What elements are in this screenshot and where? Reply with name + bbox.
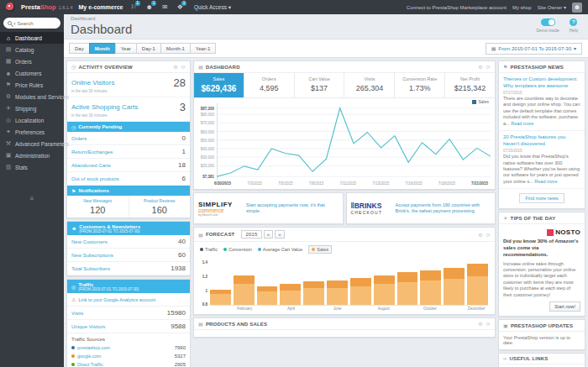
- shop-name-link[interactable]: My e-commerce: [79, 4, 123, 10]
- cart-notification[interactable]: ❖1: [176, 3, 185, 11]
- sidebar-item-administration[interactable]: ▣Administration: [0, 149, 64, 161]
- brand[interactable]: PrestaShop: [21, 3, 56, 11]
- marketplace-link[interactable]: Connect to PrestaShop Marketplace accoun…: [407, 5, 507, 10]
- range-year-button[interactable]: Year: [115, 43, 137, 54]
- forecast-bar-chart: 1.41.210.8: [194, 255, 495, 306]
- quick-access-menu[interactable]: Quick Access ▾: [194, 4, 231, 11]
- toggle-on-icon[interactable]: [541, 18, 555, 26]
- chart-legend[interactable]: Sales: [472, 99, 489, 104]
- top-bar: PrestaShop 1.6.1.4 My e-commerce ⚐1 ☻1 ✉…: [0, 0, 588, 14]
- metric-link[interactable]: Total Subscribers: [71, 266, 110, 271]
- product-reviews-cell[interactable]: Product Reviews160: [129, 196, 191, 218]
- sidebar-search[interactable]: ▾: [3, 18, 60, 29]
- link-label: Link to your Google Analytics account: [78, 297, 155, 302]
- source-link[interactable]: prestashop.com: [77, 345, 172, 350]
- search-input[interactable]: [18, 21, 56, 26]
- customers-notification[interactable]: ☻1: [144, 3, 155, 11]
- source-link[interactable]: Direct Traffic: [77, 362, 172, 367]
- gear-icon[interactable]: ⚙: [478, 321, 483, 327]
- sidebar-item-stats[interactable]: ▥Stats: [0, 161, 64, 173]
- help-button[interactable]: ? Help: [570, 18, 578, 36]
- sidebar-item-price-rules[interactable]: ⚑Price Rules: [0, 79, 64, 91]
- user-menu[interactable]: Site Owner ▾: [538, 4, 566, 10]
- kpi-tab-sales[interactable]: Sales$629,436: [194, 73, 244, 97]
- prev-year-button[interactable]: «: [264, 230, 274, 239]
- avatar[interactable]: ☻: [572, 3, 582, 13]
- read-more-link[interactable]: Read more: [511, 121, 533, 126]
- legend-toggle-traffic[interactable]: Traffic: [200, 247, 218, 252]
- metric-link[interactable]: Out of stock products: [71, 176, 119, 181]
- sidebar-item-catalog[interactable]: ▤Catalog: [0, 44, 64, 55]
- range-month-1-button[interactable]: Month-1: [160, 43, 191, 54]
- kpi-tab-net-profit[interactable]: Net Profit$215,342: [445, 73, 495, 97]
- sidebar-item-customers[interactable]: ☻Customers: [0, 67, 64, 79]
- forecast-year-select[interactable]: 2015: [241, 230, 261, 239]
- brinks-banner[interactable]: ‖BRINKS CHECKOUT Accept payments from 19…: [346, 192, 496, 224]
- metric-link[interactable]: New Customers: [71, 239, 108, 244]
- refresh-icon[interactable]: ⟳: [486, 321, 491, 327]
- article-title-link[interactable]: Themes or Custom development: Why templa…: [503, 76, 580, 89]
- sidebar-item-dashboard[interactable]: ⌂Dashboard: [0, 32, 64, 44]
- metric-link[interactable]: Unique Visitors: [71, 324, 105, 329]
- kpi-tab-orders[interactable]: Orders4,595: [244, 73, 295, 97]
- refresh-icon[interactable]: ⟳: [486, 232, 491, 238]
- sidebar-item-preferences[interactable]: ✦Preferences: [0, 126, 64, 138]
- flag-icon: ⚑: [71, 188, 76, 194]
- online-visitors-link[interactable]: Online Visitors: [71, 79, 114, 87]
- legend-toggle-sales[interactable]: Sales: [308, 245, 332, 254]
- orders-notification[interactable]: ⚐1: [129, 3, 138, 11]
- breadcrumb[interactable]: Dashboard: [71, 16, 132, 21]
- next-year-button[interactable]: »: [275, 230, 285, 239]
- preferences-icon: ✦: [5, 128, 12, 135]
- person-icon: ☻: [71, 226, 76, 231]
- read-more-link[interactable]: Read more: [534, 179, 557, 184]
- panel-title: Activity overview: [78, 65, 133, 70]
- gear-icon[interactable]: ⚙: [478, 64, 483, 70]
- demo-mode-toggle[interactable]: Demo mode: [536, 18, 559, 36]
- article-title-link[interactable]: 20 PrestaShop features you haven't disco…: [503, 134, 580, 147]
- range-year-1-button[interactable]: Year-1: [190, 43, 216, 54]
- date-range-picker[interactable]: ▦ From 2015-07-01 To 2015-07-30 ▾: [486, 43, 582, 55]
- nosto-logo[interactable]: NOSTO: [499, 224, 585, 239]
- gear-icon[interactable]: ⚙: [173, 64, 178, 70]
- range-day-button[interactable]: Day: [69, 43, 90, 54]
- kpi-tab-visits[interactable]: Visits265,304: [344, 73, 395, 97]
- google-analytics-link[interactable]: ⚠Link to your Google Analytics account: [67, 293, 190, 307]
- start-now-button[interactable]: Start now!: [549, 301, 580, 312]
- sidebar-item-orders[interactable]: ▦Orders: [0, 55, 64, 67]
- refresh-icon[interactable]: ⟳: [181, 64, 186, 70]
- metric-link[interactable]: New Subscriptions: [71, 253, 113, 258]
- legend-toggle-conversion[interactable]: Conversion: [223, 247, 252, 252]
- my-shop-link[interactable]: My shop: [512, 5, 532, 10]
- gear-icon[interactable]: ⚙: [478, 232, 483, 238]
- active-carts-link[interactable]: Active Shopping Carts: [71, 103, 138, 111]
- metric-link[interactable]: Orders: [71, 136, 87, 141]
- legend-toggle-average-cart-value[interactable]: Average Cart Value: [258, 247, 303, 252]
- messages-notification[interactable]: ✉: [160, 3, 170, 11]
- range-month-button[interactable]: Month: [89, 43, 116, 54]
- kpi-tab-cart-value[interactable]: Cart Value$137: [295, 73, 345, 97]
- sidebar-item-shipping[interactable]: ✈Shipping: [0, 102, 64, 114]
- legend-dot: [312, 248, 315, 251]
- prestashop-logo-icon[interactable]: [6, 3, 15, 12]
- metric-row-out-of-stock: Out of stock products6: [67, 172, 190, 186]
- banner-link-text[interactable]: Accept payments from 190 countries with …: [396, 202, 491, 214]
- source-link[interactable]: google.com: [77, 354, 172, 359]
- sidebar-collapse-button[interactable]: ≡: [0, 195, 64, 202]
- sidebar-item-advanced-parameters[interactable]: ⚒Advanced Parameters: [0, 138, 64, 149]
- range-day-1-button[interactable]: Day-1: [136, 43, 161, 54]
- metric-link[interactable]: Abandoned Carts: [71, 163, 111, 168]
- banner-link-text[interactable]: Start accepting payments now, it's that …: [246, 202, 339, 214]
- kpi-value: $215,342: [447, 84, 493, 92]
- sidebar-item-modules[interactable]: ⚙Modules and Services: [0, 91, 64, 102]
- section-subtitle: (FROM 2015-07-01 TO 2015-07-30): [78, 287, 139, 291]
- metric-link[interactable]: Return/Exchanges: [71, 149, 113, 155]
- sidebar-item-localization[interactable]: ◎Localization: [0, 114, 64, 126]
- simplify-banner[interactable]: SIMPLIFY commerce by MasterCard Start ac…: [193, 192, 344, 224]
- kpi-tab-conversion-rate[interactable]: Conversion Rate1.73%: [395, 73, 445, 97]
- refresh-icon[interactable]: ⟳: [486, 64, 491, 70]
- update-status-text: Your PrestaShop version is up to date.: [499, 332, 585, 349]
- find-more-news-button[interactable]: Find more news: [519, 193, 564, 203]
- new-messages-cell[interactable]: New Messages120: [67, 196, 129, 218]
- metric-link[interactable]: Visits: [71, 311, 83, 316]
